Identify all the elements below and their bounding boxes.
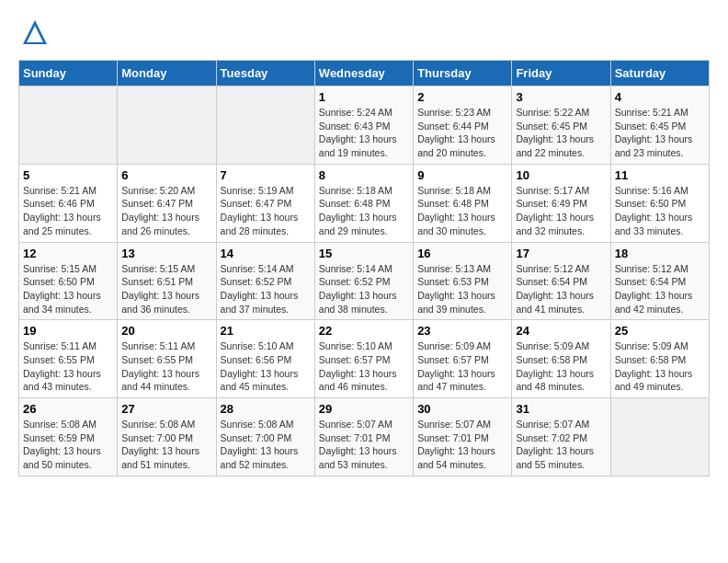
- day-info: Sunrise: 5:20 AM Sunset: 6:47 PM Dayligh…: [121, 184, 211, 238]
- day-number: 13: [121, 247, 211, 260]
- day-info: Sunrise: 5:23 AM Sunset: 6:44 PM Dayligh…: [417, 106, 507, 160]
- logo-icon: [21, 18, 49, 46]
- day-info: Sunrise: 5:18 AM Sunset: 6:48 PM Dayligh…: [319, 184, 409, 238]
- weekday-header: Friday: [512, 61, 610, 86]
- day-info: Sunrise: 5:08 AM Sunset: 6:59 PM Dayligh…: [23, 418, 113, 472]
- day-number: 11: [615, 168, 705, 182]
- day-info: Sunrise: 5:11 AM Sunset: 6:55 PM Dayligh…: [121, 339, 211, 394]
- day-info: Sunrise: 5:19 AM Sunset: 6:47 PM Dayligh…: [221, 184, 311, 238]
- day-number: 20: [121, 324, 211, 338]
- day-info: Sunrise: 5:09 AM Sunset: 6:57 PM Dayligh…: [417, 339, 507, 394]
- weekday-header: Sunday: [19, 61, 118, 86]
- day-number: 6: [121, 168, 211, 182]
- day-info: Sunrise: 5:12 AM Sunset: 6:54 PM Dayligh…: [615, 262, 705, 316]
- calendar-week-row: 19Sunrise: 5:11 AM Sunset: 6:55 PM Dayli…: [19, 320, 710, 398]
- day-info: Sunrise: 5:08 AM Sunset: 7:00 PM Dayligh…: [221, 418, 311, 472]
- day-info: Sunrise: 5:15 AM Sunset: 6:50 PM Dayligh…: [23, 262, 113, 316]
- calendar-week-row: 1Sunrise: 5:24 AM Sunset: 6:43 PM Daylig…: [19, 86, 710, 165]
- day-info: Sunrise: 5:14 AM Sunset: 6:52 PM Dayligh…: [319, 262, 409, 316]
- calendar-cell: 24Sunrise: 5:09 AM Sunset: 6:58 PM Dayli…: [512, 320, 610, 398]
- calendar-cell: 14Sunrise: 5:14 AM Sunset: 6:52 PM Dayli…: [216, 242, 314, 320]
- calendar-cell: 29Sunrise: 5:07 AM Sunset: 7:01 PM Dayli…: [314, 398, 413, 477]
- day-number: 7: [221, 168, 311, 182]
- day-info: Sunrise: 5:21 AM Sunset: 6:45 PM Dayligh…: [615, 106, 705, 160]
- day-number: 1: [319, 90, 409, 104]
- calendar-cell: 28Sunrise: 5:08 AM Sunset: 7:00 PM Dayli…: [216, 398, 314, 477]
- calendar-cell: 6Sunrise: 5:20 AM Sunset: 6:47 PM Daylig…: [118, 164, 216, 242]
- logo: [18, 18, 49, 51]
- calendar-week-row: 12Sunrise: 5:15 AM Sunset: 6:50 PM Dayli…: [19, 242, 710, 320]
- calendar-cell: 2Sunrise: 5:23 AM Sunset: 6:44 PM Daylig…: [414, 86, 512, 165]
- weekday-header: Monday: [118, 61, 216, 86]
- day-info: Sunrise: 5:17 AM Sunset: 6:49 PM Dayligh…: [516, 184, 606, 238]
- day-info: Sunrise: 5:14 AM Sunset: 6:52 PM Dayligh…: [221, 262, 311, 316]
- calendar-cell: 25Sunrise: 5:09 AM Sunset: 6:58 PM Dayli…: [610, 320, 709, 398]
- day-number: 31: [516, 402, 606, 416]
- header: [18, 18, 710, 51]
- day-number: 21: [221, 324, 311, 338]
- calendar-cell: [19, 86, 118, 165]
- day-number: 5: [23, 168, 113, 182]
- day-number: 15: [319, 247, 409, 260]
- day-info: Sunrise: 5:21 AM Sunset: 6:46 PM Dayligh…: [23, 184, 113, 238]
- day-number: 18: [615, 247, 705, 260]
- calendar-cell: [216, 86, 314, 165]
- day-info: Sunrise: 5:07 AM Sunset: 7:01 PM Dayligh…: [319, 418, 409, 472]
- day-info: Sunrise: 5:16 AM Sunset: 6:50 PM Dayligh…: [615, 184, 705, 238]
- day-info: Sunrise: 5:08 AM Sunset: 7:00 PM Dayligh…: [121, 418, 211, 472]
- day-info: Sunrise: 5:24 AM Sunset: 6:43 PM Dayligh…: [319, 106, 409, 160]
- calendar-cell: 8Sunrise: 5:18 AM Sunset: 6:48 PM Daylig…: [314, 164, 413, 242]
- weekday-header-row: SundayMondayTuesdayWednesdayThursdayFrid…: [19, 61, 710, 86]
- day-info: Sunrise: 5:07 AM Sunset: 7:02 PM Dayligh…: [516, 418, 606, 472]
- calendar-cell: 11Sunrise: 5:16 AM Sunset: 6:50 PM Dayli…: [610, 164, 709, 242]
- calendar-cell: [610, 398, 709, 477]
- day-number: 26: [23, 402, 113, 416]
- weekday-header: Tuesday: [216, 61, 314, 86]
- calendar-cell: 15Sunrise: 5:14 AM Sunset: 6:52 PM Dayli…: [314, 242, 413, 320]
- weekday-header: Thursday: [414, 61, 512, 86]
- weekday-header: Saturday: [610, 61, 709, 86]
- weekday-header: Wednesday: [314, 61, 413, 86]
- day-info: Sunrise: 5:10 AM Sunset: 6:56 PM Dayligh…: [221, 339, 311, 394]
- day-info: Sunrise: 5:07 AM Sunset: 7:01 PM Dayligh…: [417, 418, 507, 472]
- day-number: 22: [319, 324, 409, 338]
- day-number: 24: [516, 324, 606, 338]
- calendar-cell: 31Sunrise: 5:07 AM Sunset: 7:02 PM Dayli…: [512, 398, 610, 477]
- calendar-cell: 9Sunrise: 5:18 AM Sunset: 6:48 PM Daylig…: [414, 164, 512, 242]
- day-number: 2: [417, 90, 507, 104]
- calendar-cell: 13Sunrise: 5:15 AM Sunset: 6:51 PM Dayli…: [118, 242, 216, 320]
- calendar-cell: 30Sunrise: 5:07 AM Sunset: 7:01 PM Dayli…: [414, 398, 512, 477]
- calendar-cell: 5Sunrise: 5:21 AM Sunset: 6:46 PM Daylig…: [19, 164, 118, 242]
- calendar-week-row: 5Sunrise: 5:21 AM Sunset: 6:46 PM Daylig…: [19, 164, 710, 242]
- day-number: 19: [23, 324, 113, 338]
- day-number: 8: [319, 168, 409, 182]
- calendar-cell: 3Sunrise: 5:22 AM Sunset: 6:45 PM Daylig…: [512, 86, 610, 165]
- day-number: 4: [615, 90, 705, 104]
- calendar-cell: [118, 86, 216, 165]
- calendar-cell: 26Sunrise: 5:08 AM Sunset: 6:59 PM Dayli…: [19, 398, 118, 477]
- calendar-cell: 10Sunrise: 5:17 AM Sunset: 6:49 PM Dayli…: [512, 164, 610, 242]
- day-number: 30: [417, 402, 507, 416]
- day-number: 10: [516, 168, 606, 182]
- calendar-cell: 21Sunrise: 5:10 AM Sunset: 6:56 PM Dayli…: [216, 320, 314, 398]
- day-info: Sunrise: 5:10 AM Sunset: 6:57 PM Dayligh…: [319, 339, 409, 394]
- day-info: Sunrise: 5:22 AM Sunset: 6:45 PM Dayligh…: [516, 106, 606, 160]
- day-number: 16: [417, 247, 507, 260]
- calendar-cell: 16Sunrise: 5:13 AM Sunset: 6:53 PM Dayli…: [414, 242, 512, 320]
- day-number: 17: [516, 247, 606, 260]
- calendar-cell: 17Sunrise: 5:12 AM Sunset: 6:54 PM Dayli…: [512, 242, 610, 320]
- day-info: Sunrise: 5:09 AM Sunset: 6:58 PM Dayligh…: [516, 339, 606, 394]
- day-number: 12: [23, 247, 113, 260]
- calendar-cell: 4Sunrise: 5:21 AM Sunset: 6:45 PM Daylig…: [610, 86, 709, 165]
- day-number: 14: [221, 247, 311, 260]
- day-number: 23: [417, 324, 507, 338]
- calendar-cell: 27Sunrise: 5:08 AM Sunset: 7:00 PM Dayli…: [118, 398, 216, 477]
- day-number: 27: [121, 402, 211, 416]
- calendar-week-row: 26Sunrise: 5:08 AM Sunset: 6:59 PM Dayli…: [19, 398, 710, 477]
- day-info: Sunrise: 5:09 AM Sunset: 6:58 PM Dayligh…: [615, 339, 705, 394]
- calendar-cell: 19Sunrise: 5:11 AM Sunset: 6:55 PM Dayli…: [19, 320, 118, 398]
- day-number: 3: [516, 90, 606, 104]
- day-info: Sunrise: 5:12 AM Sunset: 6:54 PM Dayligh…: [516, 262, 606, 316]
- day-info: Sunrise: 5:13 AM Sunset: 6:53 PM Dayligh…: [417, 262, 507, 316]
- day-number: 29: [319, 402, 409, 416]
